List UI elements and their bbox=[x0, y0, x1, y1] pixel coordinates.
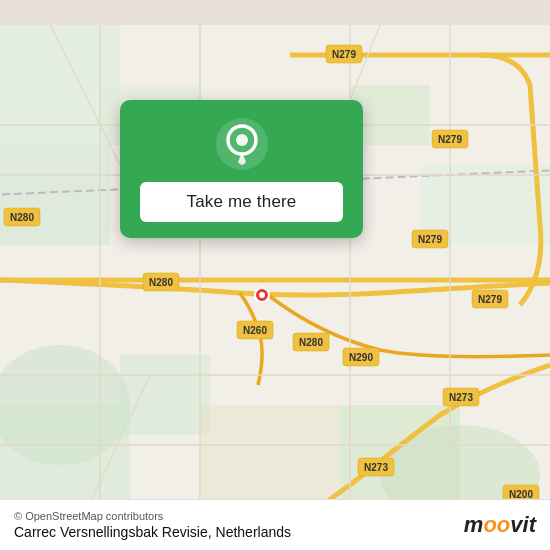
take-me-there-button[interactable]: Take me there bbox=[140, 182, 343, 222]
pin-icon bbox=[216, 118, 268, 170]
svg-rect-4 bbox=[120, 355, 210, 435]
svg-text:N260: N260 bbox=[243, 325, 267, 336]
moovit-logo: moovit bbox=[464, 512, 536, 538]
map-svg: N279 N279 N279 N279 N280 N280 N280 N260 … bbox=[0, 0, 550, 550]
svg-text:N280: N280 bbox=[10, 212, 34, 223]
svg-text:N280: N280 bbox=[149, 277, 173, 288]
svg-rect-10 bbox=[200, 405, 340, 505]
svg-text:N279: N279 bbox=[332, 49, 356, 60]
svg-point-53 bbox=[259, 292, 265, 298]
bottom-left: © OpenStreetMap contributors Carrec Vers… bbox=[14, 510, 291, 540]
location-name: Carrec Versnellingsbak Revisie, Netherla… bbox=[14, 524, 291, 540]
bottom-bar: © OpenStreetMap contributors Carrec Vers… bbox=[0, 499, 550, 550]
svg-text:N273: N273 bbox=[364, 462, 388, 473]
moovit-text: moovit bbox=[464, 512, 536, 538]
svg-text:N279: N279 bbox=[418, 234, 442, 245]
svg-text:N290: N290 bbox=[349, 352, 373, 363]
svg-point-56 bbox=[236, 134, 248, 146]
svg-rect-2 bbox=[0, 145, 110, 245]
svg-text:N279: N279 bbox=[438, 134, 462, 145]
map-container: N279 N279 N279 N279 N280 N280 N280 N260 … bbox=[0, 0, 550, 550]
location-card: Take me there bbox=[120, 100, 363, 238]
osm-credit: © OpenStreetMap contributors bbox=[14, 510, 291, 522]
svg-text:N279: N279 bbox=[478, 294, 502, 305]
svg-text:N273: N273 bbox=[449, 392, 473, 403]
svg-text:N280: N280 bbox=[299, 337, 323, 348]
